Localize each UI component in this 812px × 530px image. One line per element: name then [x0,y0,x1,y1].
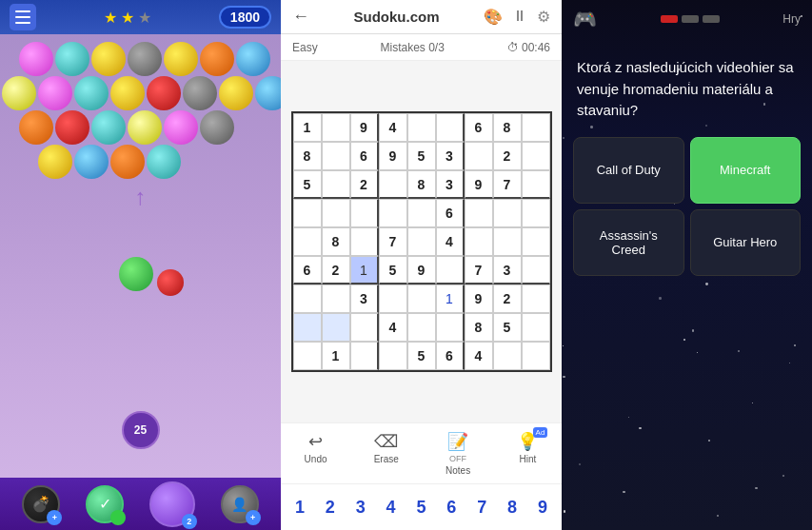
sudoku-cell[interactable]: 3 [493,256,522,285]
sudoku-cell[interactable] [322,170,350,199]
sudoku-cell[interactable]: 8 [322,227,350,256]
sudoku-cell[interactable] [350,227,379,256]
sudoku-cell[interactable]: 2 [493,142,522,170]
sudoku-cell[interactable] [407,199,436,227]
sudoku-cell[interactable]: 5 [493,313,522,342]
number-button-3[interactable]: 3 [348,492,373,522]
hint-button[interactable]: 💡 Ad Hint [517,431,538,476]
answer-button[interactable]: Minecraft [690,137,802,204]
sudoku-cell[interactable] [522,227,550,256]
sudoku-cell[interactable]: 7 [493,170,522,199]
sudoku-cell[interactable]: 2 [493,285,522,313]
answer-button[interactable]: Call of Duty [573,137,684,204]
sudoku-cell[interactable] [493,199,522,227]
sudoku-cell[interactable] [436,256,465,285]
sudoku-cell[interactable]: 8 [493,113,522,142]
sudoku-cell[interactable]: 6 [436,342,465,370]
sudoku-cell[interactable]: 8 [293,142,322,170]
sudoku-cell[interactable] [379,342,407,370]
sudoku-cell[interactable]: 5 [379,256,407,285]
undo-button[interactable]: ↩ Undo [305,431,327,476]
sudoku-cell[interactable]: 6 [293,256,322,285]
sudoku-cell[interactable]: 4 [379,313,407,342]
sudoku-cell[interactable]: 1 [436,285,465,313]
sudoku-cell[interactable]: 9 [465,170,493,199]
sudoku-grid[interactable]: 194688695325283976874621597331924851564 [291,111,552,372]
sudoku-cell[interactable] [322,199,350,227]
sudoku-cell[interactable] [350,313,379,342]
number-button-8[interactable]: 8 [500,492,525,522]
number-button-4[interactable]: 4 [379,492,404,522]
sudoku-cell[interactable] [522,142,550,170]
sudoku-cell[interactable] [322,113,350,142]
sudoku-cell[interactable] [522,199,550,227]
palette-icon[interactable]: 🎨 [484,8,503,26]
sudoku-cell[interactable]: 9 [407,256,436,285]
sudoku-cell[interactable] [493,342,522,370]
settings-icon[interactable]: ⚙ [537,8,550,26]
sudoku-cell[interactable] [465,142,493,170]
sudoku-cell[interactable]: 5 [407,142,436,170]
sudoku-cell[interactable] [522,342,550,370]
sudoku-cell[interactable] [522,313,550,342]
sudoku-cell[interactable] [350,342,379,370]
sudoku-cell[interactable] [522,113,550,142]
sudoku-cell[interactable] [379,170,407,199]
sudoku-cell[interactable] [407,113,436,142]
sudoku-cell[interactable] [293,313,322,342]
sudoku-cell[interactable] [322,313,350,342]
sudoku-cell[interactable] [293,227,322,256]
answer-button[interactable]: Guitar Hero [690,209,802,276]
sudoku-cell[interactable]: 1 [350,256,379,285]
pause-icon[interactable]: ⏸ [512,8,527,26]
tray-item-2[interactable]: ✓ [86,485,124,523]
sudoku-cell[interactable] [407,285,436,313]
erase-button[interactable]: ⌫ Erase [374,431,399,476]
sudoku-cell[interactable] [350,199,379,227]
sudoku-cell[interactable] [436,113,465,142]
sudoku-cell[interactable]: 5 [293,170,322,199]
sudoku-cell[interactable] [465,227,493,256]
sudoku-cell[interactable]: 4 [436,227,465,256]
back-button[interactable]: ← [292,7,309,27]
sudoku-cell[interactable]: 6 [350,142,379,170]
sudoku-cell[interactable] [436,313,465,342]
sudoku-cell[interactable] [322,142,350,170]
sudoku-cell[interactable] [293,199,322,227]
sudoku-cell[interactable]: 4 [465,342,493,370]
sudoku-cell[interactable] [522,256,550,285]
sudoku-cell[interactable]: 7 [465,256,493,285]
sudoku-cell[interactable] [407,227,436,256]
number-button-9[interactable]: 9 [530,492,555,522]
sudoku-cell[interactable] [407,313,436,342]
sudoku-cell[interactable]: 8 [465,313,493,342]
sudoku-cell[interactable]: 9 [379,142,407,170]
sudoku-cell[interactable] [379,285,407,313]
tray-item-1[interactable]: 💣 + [22,485,60,523]
sudoku-cell[interactable]: 4 [379,113,407,142]
sudoku-cell[interactable] [465,199,493,227]
sudoku-cell[interactable]: 3 [436,170,465,199]
sudoku-cell[interactable]: 8 [407,170,436,199]
sudoku-cell[interactable] [293,342,322,370]
sudoku-cell[interactable]: 2 [350,170,379,199]
sudoku-cell[interactable]: 9 [350,113,379,142]
sudoku-cell[interactable]: 6 [436,199,465,227]
tray-item-3[interactable]: 2 [149,481,195,527]
sudoku-cell[interactable] [493,227,522,256]
sudoku-cell[interactable]: 3 [350,285,379,313]
number-button-6[interactable]: 6 [439,492,464,522]
sudoku-cell[interactable]: 1 [293,113,322,142]
number-button-5[interactable]: 5 [408,492,433,522]
menu-button[interactable] [10,4,36,30]
sudoku-cell[interactable] [522,170,550,199]
sudoku-cell[interactable]: 6 [465,113,493,142]
sudoku-cell[interactable] [322,285,350,313]
number-button-1[interactable]: 1 [287,492,312,522]
sudoku-cell[interactable]: 1 [322,342,350,370]
sudoku-cell[interactable]: 2 [322,256,350,285]
number-button-2[interactable]: 2 [318,492,343,522]
sudoku-cell[interactable]: 3 [436,142,465,170]
notes-button[interactable]: 📝 OFF Notes [446,431,470,476]
answer-button[interactable]: Assassin's Creed [573,209,684,276]
